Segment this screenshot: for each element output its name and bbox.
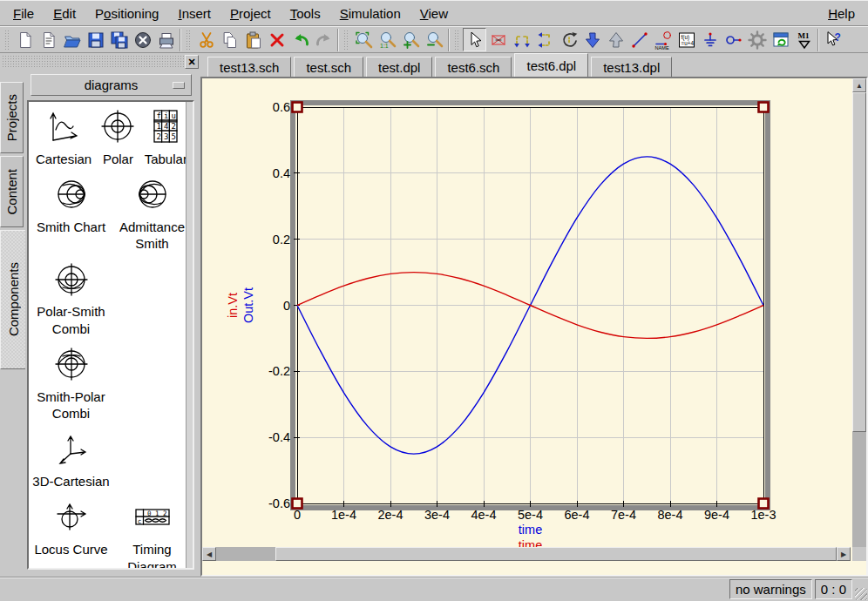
diagram-item-cartesian[interactable]: Cartesian — [31, 107, 97, 167]
diagram-list-row: Smith-Polar Combi — [31, 345, 193, 422]
diagram-item-polar-smith[interactable]: Polar-Smith Combi — [31, 260, 112, 338]
menu-item-view[interactable]: View — [410, 3, 458, 24]
sidebar-tab-projects[interactable]: Projects — [0, 82, 24, 153]
component-group-select[interactable]: diagrams — [31, 74, 192, 96]
x-tick-label: 2e-4 — [377, 508, 403, 522]
dock-drag-handle[interactable]: ✕ — [2, 55, 199, 67]
copy-button[interactable] — [218, 28, 241, 51]
toolbar-drag-handle[interactable] — [186, 30, 192, 51]
diagram-item-timing[interactable]: 0 1 2cTiming Diagram — [112, 498, 193, 571]
diagram-item-cartesian3d[interactable]: 3D-Cartesian — [31, 430, 112, 490]
diagram-item-locus[interactable]: Locus Curve — [31, 498, 112, 571]
zoom-out-button[interactable] — [423, 28, 446, 51]
toolbar-drag-handle[interactable] — [454, 30, 460, 51]
horizontal-scroll-thumb[interactable] — [275, 547, 837, 561]
menu-item-positioning[interactable]: Positioning — [85, 3, 168, 24]
document-tab-test.dpl[interactable]: test.dpl — [366, 57, 432, 77]
document-tab-test6.sch[interactable]: test6.sch — [435, 57, 512, 77]
sidebar-tab-content[interactable]: Content — [0, 156, 24, 227]
deactivate-button[interactable] — [486, 28, 510, 51]
sidebar-tab-components[interactable]: Components — [0, 230, 25, 369]
selection-handle[interactable] — [759, 499, 769, 509]
rotate-icon — [559, 30, 579, 50]
menu-item-tools[interactable]: Tools — [281, 3, 330, 24]
timing-icon: 0 1 2c — [133, 498, 172, 541]
diagram-item-smith[interactable]: Smith Chart — [31, 175, 112, 253]
vertical-scroll-groove[interactable] — [852, 432, 866, 547]
select-pointer-button[interactable] — [463, 28, 486, 51]
scroll-up-button[interactable]: ▲ — [852, 78, 866, 92]
x-tick-label: 0 — [294, 508, 301, 522]
new-text-document-button[interactable] — [37, 28, 60, 51]
toolbar-drag-handle[interactable] — [343, 30, 349, 51]
document-tab-test.sch[interactable]: test.sch — [294, 57, 363, 77]
selection-handle[interactable] — [293, 499, 302, 509]
y-axis-label: in.Vt — [226, 293, 240, 318]
menu-item-file[interactable]: File — [3, 3, 44, 24]
document-tab-test13.sch[interactable]: test13.sch — [207, 57, 291, 77]
document-canvas[interactable]: 01e-42e-43e-44e-45e-46e-47e-48e-49e-41e-… — [200, 77, 868, 577]
vertical-scroll-thumb[interactable] — [852, 92, 866, 432]
diagram-list-row: Locus Curve0 1 2cTiming Diagram — [31, 498, 193, 571]
simulate-button[interactable] — [745, 28, 769, 51]
arrow-up-icon: ▲ — [856, 82, 863, 90]
dock-close-button[interactable]: ✕ — [185, 55, 199, 69]
menu-item-help[interactable]: Help — [818, 3, 865, 24]
diagram-item-polar[interactable]: Polar — [97, 107, 139, 167]
pop-out-button[interactable] — [604, 28, 627, 51]
menu-item-simulation[interactable]: Simulation — [330, 3, 410, 24]
canvas-vertical-scrollbar[interactable]: ▲▼ — [852, 78, 866, 561]
marker-button[interactable]: M1 — [792, 28, 816, 51]
scroll-right-button[interactable]: ▶ — [837, 547, 851, 561]
menu-item-edit[interactable]: Edit — [44, 3, 85, 24]
delete-button[interactable] — [265, 28, 288, 51]
diagram-item-tabular[interactable]: fiu142235Tabular — [139, 107, 193, 167]
resize-grip[interactable] — [855, 588, 867, 600]
open-document-button[interactable] — [60, 28, 84, 51]
ground-button[interactable] — [698, 28, 722, 51]
cartesian-diagram[interactable]: 01e-42e-43e-44e-45e-46e-47e-48e-49e-41e-… — [202, 78, 851, 561]
rotate-button[interactable] — [557, 28, 580, 51]
horizontal-scroll-groove[interactable] — [216, 547, 275, 561]
view-data-display-button[interactable] — [769, 28, 792, 51]
document-tab-test6.dpl[interactable]: test6.dpl — [514, 53, 588, 77]
canvas-horizontal-scrollbar[interactable]: ◀▶ — [202, 547, 851, 561]
zoom-one-to-one-button[interactable]: 1:1 — [376, 28, 399, 51]
diagram-item-smith-polar[interactable]: Smith-Polar Combi — [31, 345, 112, 422]
new-document-button[interactable] — [13, 28, 37, 51]
zoom-in-button[interactable] — [399, 28, 423, 51]
list-scrollbar[interactable] — [186, 102, 193, 568]
toolbar-drag-handle[interactable] — [4, 30, 10, 51]
zoom-fit-button[interactable] — [352, 28, 376, 51]
svg-text:c: c — [137, 517, 141, 524]
redo-button[interactable] — [312, 28, 336, 51]
whats-this-button[interactable]: ? — [821, 28, 844, 51]
document-tab-test13.dpl[interactable]: test13.dpl — [591, 57, 672, 77]
push-into-subcircuit-button[interactable] — [580, 28, 604, 51]
mirror-x-button[interactable] — [510, 28, 533, 51]
undo-button[interactable] — [288, 28, 312, 51]
wire-label-button[interactable]: NAME — [651, 28, 675, 51]
selection-handle[interactable] — [293, 103, 302, 112]
mirror-y-button[interactable] — [533, 28, 557, 51]
port-button[interactable] — [722, 28, 745, 51]
toolbar-separator — [337, 29, 339, 51]
zoom-one-to-one-icon: 1:1 — [378, 30, 397, 50]
save-all-icon — [110, 30, 129, 50]
print-button[interactable] — [154, 28, 178, 51]
component-group-value: diagrams — [85, 78, 139, 92]
save-all-button[interactable] — [107, 28, 131, 51]
paste-button[interactable] — [241, 28, 265, 51]
menu-item-project[interactable]: Project — [220, 3, 281, 24]
zoom-in-icon — [402, 30, 421, 50]
selection-handle[interactable] — [759, 103, 769, 112]
diagram-item-admittance-smith[interactable]: Admittance Smith — [112, 175, 193, 253]
equation-button[interactable]: f(u)=u+4 — [675, 28, 698, 51]
close-document-button[interactable] — [131, 28, 154, 51]
scroll-left-button[interactable]: ◀ — [202, 547, 216, 561]
save-document-button[interactable] — [84, 28, 107, 51]
menu-item-insert[interactable]: Insert — [168, 3, 220, 24]
svg-text:2: 2 — [172, 122, 176, 131]
wire-button[interactable] — [627, 28, 651, 51]
cut-button[interactable] — [194, 28, 218, 51]
